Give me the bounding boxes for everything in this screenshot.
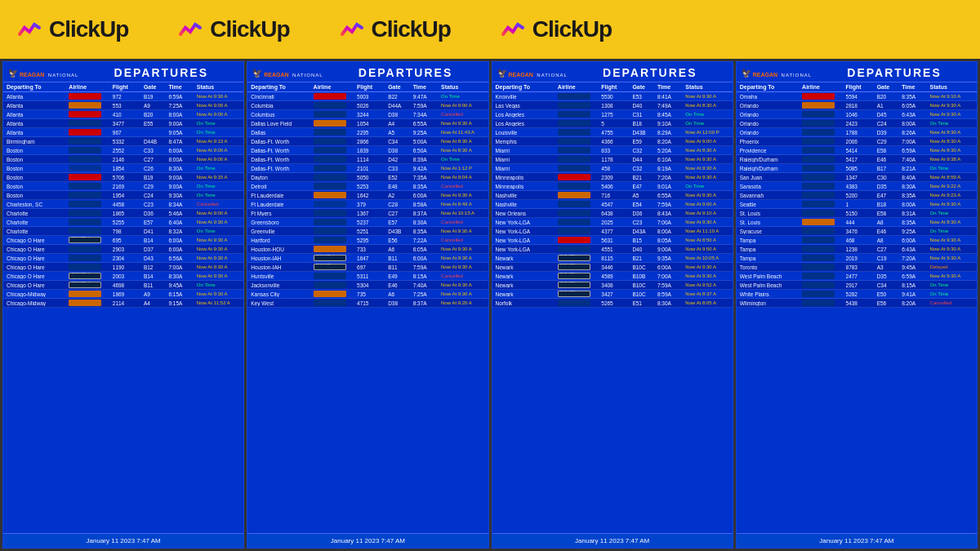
flight-number: 1788	[846, 130, 877, 136]
flight-row: Chicago O HareUNITED ✈695B146:00ANow At …	[3, 236, 243, 245]
flight-time: 5:00A	[413, 139, 441, 144]
flight-destination: Dayton	[251, 175, 313, 180]
flight-status: Now At 8:30 A	[930, 130, 973, 135]
flight-status: Now At 9:38 A	[930, 157, 973, 162]
clickup-text-2: ClickUp	[210, 16, 289, 42]
flight-airline: DELTA▲	[69, 93, 112, 100]
flight-gate: E46	[877, 157, 902, 162]
flight-row: Phoenix▲ American2006C297:00ANow At 8:30…	[737, 137, 977, 146]
clickup-text-3: ClickUp	[372, 16, 451, 42]
flight-number: 553	[113, 103, 144, 109]
flight-gate: C32	[632, 166, 657, 171]
flight-row: Los Angeles▲ American1275C318:45AOn Time	[492, 110, 733, 119]
flight-gate: A8	[877, 238, 902, 243]
flight-time: 7:35A	[413, 175, 441, 180]
airline-logo: ▲ American	[314, 183, 346, 189]
flight-airline: UNITED ✈	[69, 273, 112, 279]
flight-gate: C33	[144, 148, 169, 153]
flight-status: Now At 1:12 P	[441, 166, 484, 171]
flight-time: 6:00A	[168, 148, 196, 153]
airline-logo: ▲ American	[802, 264, 835, 270]
flight-row: Houston-IAHUNITED ✈1647B116:00ANow At 9:…	[247, 254, 488, 263]
flight-destination: Cincinnati	[251, 94, 313, 100]
flight-time: 8:41A	[657, 94, 685, 100]
airline-logo: ▲ American	[802, 192, 835, 198]
flight-status: Now At 9:30 A	[685, 220, 728, 224]
flight-time: 8:20A	[902, 300, 929, 306]
flight-destination: Chicago O Hare	[7, 247, 69, 252]
flight-row: Dayton▲ American5050E527:35ANow At 9:04 …	[247, 173, 488, 182]
flight-number: 410	[113, 112, 144, 118]
flight-gate: A9	[144, 103, 169, 109]
airline-logo: ▲ American	[802, 120, 835, 127]
flight-status: Now At 9:30 A	[197, 220, 240, 224]
flight-row: Chicago-MidwaySouthwest®1869A96:15ANow A…	[3, 290, 243, 299]
flight-status: On Time	[197, 130, 240, 135]
flight-number: 1367	[357, 211, 388, 216]
flight-row: Houston-HOUSouthwest®733A66:05ANow At 9:…	[247, 245, 488, 254]
flights-container-4: OmahaDELTA▲5594B208:35ANow At 9:10 AOrla…	[737, 92, 977, 533]
flight-time: 9:45A	[168, 282, 196, 288]
flight-destination: Chicago-Midway	[7, 300, 69, 306]
airline-logo: ▲ American	[802, 255, 835, 261]
flight-time: 9:47A	[413, 94, 441, 100]
flight-gate: C34	[388, 139, 413, 144]
flight-number: 1854	[113, 166, 144, 171]
flight-gate: D43B	[632, 130, 657, 136]
flight-gate: B12	[144, 264, 169, 270]
flight-destination: Dallas-Ft. Worth	[251, 166, 313, 171]
airline-logo: ▲ American	[802, 210, 835, 216]
col-header-4: Time	[168, 84, 196, 90]
flight-gate: E52	[388, 175, 413, 180]
board-header-2: 🦅 REAGAN NATIONAL DEPARTURES	[247, 62, 488, 82]
flight-status: Now At 9:00 A	[685, 202, 728, 207]
flight-status: Now At 9:30 A	[685, 157, 728, 162]
flight-number: 972	[113, 94, 144, 100]
reagan-text: REAGAN NATIONAL	[509, 65, 568, 80]
flight-time: 8:00A	[657, 229, 685, 234]
flight-time: 7:49A	[657, 103, 685, 109]
col-header-1: Airline	[558, 84, 601, 90]
flight-destination: New Orleans	[496, 211, 558, 216]
flight-airline: ▲ American	[558, 228, 601, 234]
flight-destination: Boston	[7, 184, 69, 189]
flight-number: 1	[846, 202, 877, 207]
flight-destination: Houston-IAH	[251, 264, 313, 270]
reagan-eagle-icon: 🦅	[8, 69, 18, 78]
flight-row: Ft LauderdaleJetBlue379C288:58ANow At 8:…	[247, 200, 488, 209]
flight-status: Now At 8:30 A	[930, 148, 973, 153]
flight-gate: C23	[632, 220, 657, 225]
flight-destination: Columbia	[251, 103, 313, 109]
flight-status: Now At 9:00 A	[197, 157, 240, 162]
flight-airline: ▲ American	[558, 201, 601, 207]
flight-status: Now At 8:30 A	[930, 202, 973, 207]
flight-gate: E51	[632, 300, 657, 306]
flight-gate: D44B	[144, 139, 169, 144]
flight-time: 7:00A	[902, 139, 929, 144]
flight-status: On Time	[930, 282, 973, 287]
flight-destination: Los Angeles	[496, 112, 558, 118]
reagan-text: REAGAN NATIONAL	[20, 65, 78, 80]
flight-status: Now At 9:30 A	[197, 264, 240, 269]
col-header-5: Status	[441, 84, 484, 90]
flight-status: Now At 9:00 A	[685, 139, 728, 144]
flight-gate: E58	[877, 148, 902, 153]
reagan-eagle-icon: 🦅	[742, 69, 751, 78]
flight-time: 6:00A	[413, 256, 441, 261]
flight-status: Now At 9:30 A	[441, 256, 484, 260]
flight-airline: UNITED ✈	[558, 255, 601, 261]
flight-airline: ▲ American	[802, 138, 845, 144]
flight-gate: C34	[877, 282, 902, 288]
flight-row: Key West▲ American4715D388:37ANow At 9:2…	[247, 299, 488, 308]
flight-destination: Miami	[496, 166, 558, 171]
flight-time: 8:21A	[902, 166, 929, 171]
flight-time: 8:29A	[657, 130, 685, 136]
flight-time: 5:46A	[168, 211, 196, 216]
flight-time: 7:25A	[413, 291, 441, 297]
flight-time: 8:35A	[902, 193, 929, 198]
flight-number: 2477	[846, 273, 877, 279]
airline-logo: ▲ American	[314, 156, 346, 162]
flight-row: Los Angeles▲ American5B189:10AOn Time	[492, 119, 733, 128]
flight-destination: New York-LGA	[496, 220, 558, 225]
flight-destination: Columbus	[251, 112, 313, 118]
